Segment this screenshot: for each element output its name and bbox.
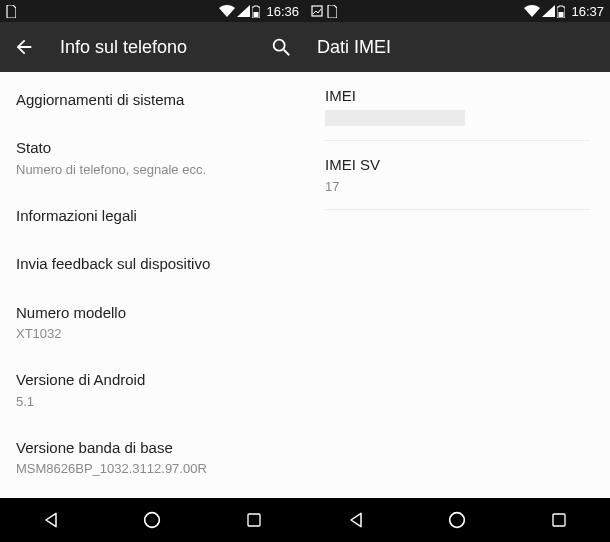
item-android-version[interactable]: Versione di Android 5.1 [0,356,305,424]
svg-point-7 [450,513,465,528]
imei-list: IMEI IMEI SV 17 [305,72,610,498]
nav-recent-button[interactable] [545,506,573,534]
item-primary: Stato [16,138,289,158]
search-button[interactable] [269,35,293,59]
nav-bar [0,498,305,542]
divider [325,209,590,210]
item-model-number[interactable]: Numero modello XT1032 [0,289,305,357]
app-bar: Info sul telefono [0,22,305,72]
app-bar: Dati IMEI [305,22,610,72]
nav-back-button[interactable] [342,506,370,534]
wifi-icon [524,5,540,17]
settings-list: Aggiornamenti di sistema Stato Numero di… [0,72,305,498]
item-primary: Invia feedback sul dispositivo [16,254,289,274]
notification-screenshot-icon [311,5,323,17]
item-secondary: XT1032 [16,325,289,343]
nav-home-button[interactable] [138,506,166,534]
item-primary: IMEI SV [325,155,590,175]
status-time: 16:37 [571,4,604,19]
appbar-title: Info sul telefono [60,37,269,58]
status-bar: 16:37 [305,0,610,22]
nav-recent-button[interactable] [240,506,268,534]
screen-imei-data: 16:37 Dati IMEI IMEI IMEI SV 17 [305,0,610,542]
svg-rect-5 [312,6,322,16]
item-secondary: 17 [325,178,590,196]
item-primary: Informazioni legali [16,206,289,226]
item-imei-sv[interactable]: IMEI SV 17 [325,141,590,209]
svg-rect-4 [248,514,260,526]
svg-rect-8 [553,514,565,526]
svg-point-1 [274,40,285,51]
appbar-title: Dati IMEI [317,37,598,58]
imei-value-redacted [325,110,465,126]
back-button[interactable] [12,35,36,59]
cellular-icon [237,5,250,17]
item-primary: Numero modello [16,303,289,323]
svg-rect-6 [559,12,564,17]
battery-icon [252,5,260,18]
item-primary: Aggiornamenti di sistema [16,90,289,110]
notification-sim-icon [327,5,337,18]
status-bar: 16:36 [0,0,305,22]
notification-sim-icon [6,5,16,18]
battery-icon [557,5,565,18]
item-status[interactable]: Stato Numero di telefono, segnale ecc. [0,124,305,192]
item-primary: IMEI [325,86,590,106]
nav-bar [305,498,610,542]
nav-home-button[interactable] [443,506,471,534]
svg-point-3 [145,513,160,528]
cellular-icon [542,5,555,17]
status-time: 16:36 [266,4,299,19]
item-send-feedback[interactable]: Invia feedback sul dispositivo [0,240,305,288]
item-secondary: MSM8626BP_1032.3112.97.00R [16,460,289,478]
item-primary: Versione di Android [16,370,289,390]
item-secondary: 5.1 [16,393,289,411]
item-primary: Versione banda di base [16,438,289,458]
screen-about-phone: 16:36 Info sul telefono Aggiornamenti di… [0,0,305,542]
svg-rect-0 [254,12,259,17]
svg-line-2 [284,50,290,56]
wifi-icon [219,5,235,17]
item-legal-info[interactable]: Informazioni legali [0,192,305,240]
item-baseband-version[interactable]: Versione banda di base MSM8626BP_1032.31… [0,424,305,492]
item-secondary: Numero di telefono, segnale ecc. [16,161,289,179]
nav-back-button[interactable] [37,506,65,534]
item-system-updates[interactable]: Aggiornamenti di sistema [0,76,305,124]
item-imei[interactable]: IMEI [325,72,590,140]
